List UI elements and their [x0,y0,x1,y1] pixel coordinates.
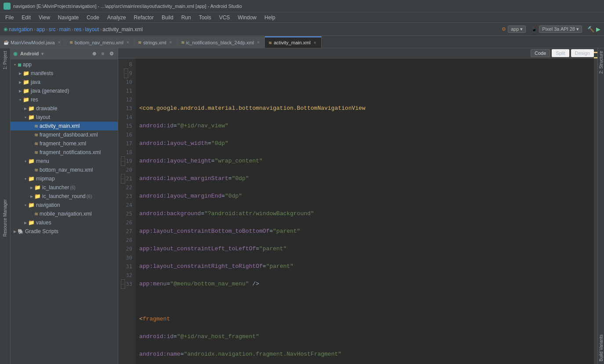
code-line-15: android:background="?android:attr/window… [139,209,594,218]
breadcrumb-navigation[interactable]: navigation [9,26,33,32]
fold-marker-33[interactable]: − [121,279,125,289]
menu-item-help[interactable]: Help [261,14,279,22]
menu-item-tools[interactable]: Tools [195,14,215,22]
tab-icon-mainviewmodel: ☕ [4,40,9,45]
run-btn[interactable]: ▶ [596,26,600,32]
device-area: 📱 Pixel 3a API 28 ▾ [531,25,582,33]
breadcrumb-app[interactable]: app [36,26,45,32]
tree-item-mipmap[interactable]: ▾ 📁 mipmap [11,174,118,183]
tree-label-drawable: drawable [36,105,58,112]
collapse-all-btn[interactable]: ≡ [99,50,106,57]
breadcrumb-src[interactable]: src [49,26,56,32]
tab-label-bottomnavmenu: bottom_nav_menu.xml [75,40,123,45]
menu-item-vcs[interactable]: VCS [216,14,234,22]
tree-label-bottom-nav-menu: bottom_nav_menu.xml [40,167,93,173]
menu-item-run[interactable]: Run [178,14,195,22]
breadcrumb-main[interactable]: main [59,26,71,32]
tree-item-fragment-notifications[interactable]: ≋ fragment_notifications.xml [11,148,118,157]
menu-item-edit[interactable]: Edit [18,14,34,22]
tab-bottomnavmenu[interactable]: ≋bottom_nav_menu.xml× [66,36,134,48]
folder-icon-java: 📁 [23,79,29,85]
tree-label-ic-launcher-round: ic_launcher_round [42,193,86,199]
menu-item-build[interactable]: Build [158,14,177,22]
menu-item-analyze[interactable]: Analyze [104,14,130,22]
tab-close-icnotifications[interactable]: × [256,40,261,45]
xml-file-icon-mobile-nav: ≋ [34,211,38,217]
ic-launcher-count: (6) [70,185,75,190]
tab-icon-strings: ≋ [138,40,141,45]
tree-item-res[interactable]: ▾ 📁 res [11,95,118,104]
tab-close-bottomnavmenu[interactable]: × [125,40,130,45]
code-line-22: android:id="@+id/nav_host_fragment" [139,332,594,341]
run-config-btn[interactable]: app ▾ [508,25,526,33]
breadcrumb-res[interactable]: res [74,26,82,32]
vtab-structure[interactable]: 2: Structure [598,48,604,76]
tree-item-fragment-home[interactable]: ≋ fragment_home.xml [11,139,118,148]
android-dropdown-icon: ◉ [13,51,18,57]
tab-close-strings[interactable]: × [168,40,174,45]
make-btn[interactable]: 🔨 [587,26,594,32]
menu-item-file[interactable]: File [2,14,17,22]
tab-close-mainviewmodel[interactable]: × [57,40,62,45]
tree-item-java-generated[interactable]: ▶ 📁 java (generated) [11,86,118,95]
tree-label-manifests: manifests [31,70,53,76]
view-code-btn[interactable]: Code [531,49,550,57]
tab-icnotifications[interactable]: ≋ic_notifications_black_24dp.xml× [177,36,265,48]
warning-mark-1 [594,52,597,53]
tree-item-ic-launcher-round[interactable]: ▶ 📁 ic_launcher_round (6) [11,192,118,201]
tree-item-navigation[interactable]: ▾ 📁 navigation [11,201,118,209]
code-editor[interactable]: 8 − 9 10 11 12 13 14 15 16 17 18 [118,58,597,364]
tree-item-bottom-nav-menu[interactable]: ≋ bottom_nav_menu.xml [11,166,118,174]
code-line-9: <com.google.android.material.bottomnavig… [139,104,594,113]
tree-item-java[interactable]: ▶ 📁 java [11,78,118,86]
menu-item-refactor[interactable]: Refactor [130,14,157,22]
xml-file-icon-fragment-dashboard: ≋ [34,132,38,138]
tree-item-fragment-dashboard[interactable]: ≋ fragment_dashboard.xml [11,130,118,139]
breadcrumb-layout[interactable]: layout [85,26,99,32]
device-btn[interactable]: Pixel 3a API 28 ▾ [539,25,582,33]
view-split-btn[interactable]: Split [552,49,569,57]
view-design-btn[interactable]: Design [571,49,594,57]
tab-activitymain[interactable]: ≋activity_main.xml× [265,36,322,48]
settings-btn[interactable]: ⚙ [108,50,115,57]
tree-item-menu[interactable]: ▾ 📁 menu [11,157,118,166]
vtab-build-variants[interactable]: Build Variants [598,332,604,364]
xml-file-icon-bottom-nav: ≋ [34,167,38,173]
tree-item-manifests[interactable]: ▶ 📁 manifests [11,69,118,78]
tab-close-activitymain[interactable]: × [312,40,318,45]
line-numbers: 8 − 9 10 11 12 13 14 15 16 17 18 [118,58,136,364]
tree-item-activity-main[interactable]: ≋ activity_main.xml [11,122,118,130]
right-panel: 2: Structure Build Variants [597,48,604,364]
code-line-16: app:layout_constraintBottom_toBottomOf="… [139,227,594,236]
menu-item-code[interactable]: Code [83,14,103,22]
app-icon [4,3,11,10]
tree-arrow-app: ▾ [12,63,18,67]
tree-item-values[interactable]: ▶ 📁 values [11,218,118,227]
vertical-tabs-left: 1: Project Resource Manager [0,48,11,364]
tree-label-navigation: navigation [36,202,60,208]
code-content[interactable]: <com.google.android.material.bottomnavig… [136,58,597,364]
tree-item-mobile-nav[interactable]: ≋ mobile_navigation.xml [11,209,118,218]
fold-marker-19[interactable]: − [121,156,125,166]
code-line-14: android:layout_marginEnd="0dp" [139,192,594,201]
project-tree: ▾ ◼ app ▶ 📁 manifests ▶ 📁 java ▶ 📁 java … [11,59,118,364]
tree-item-layout[interactable]: ▾ 📁 layout [11,113,118,122]
vtab-resource-manager[interactable]: Resource Manager [2,197,8,239]
fold-gutter: 8 − 9 10 11 12 13 14 15 16 17 18 [120,60,132,288]
tab-mainviewmodel[interactable]: ☕MainViewModel.java× [0,36,66,48]
tree-item-gradle[interactable]: ▶ 🐘 Gradle Scripts [11,227,118,236]
menu-item-view[interactable]: View [35,14,54,22]
menu-item-window[interactable]: Window [234,14,260,22]
menu-item-navigate[interactable]: Navigate [54,14,82,22]
tree-item-app[interactable]: ▾ ◼ app [11,60,118,69]
vtab-spacer-r [598,76,604,332]
tree-arrow-layout: ▾ [23,115,28,119]
tree-item-drawable[interactable]: ▶ 📁 drawable [11,104,118,113]
panel-dropdown-arrow[interactable]: ▾ [41,51,43,56]
fold-marker-9[interactable]: − [124,68,128,78]
tab-strings[interactable]: ≋strings.xml× [134,36,177,48]
locate-file-btn[interactable]: ⊕ [90,50,98,57]
fold-marker-21[interactable]: − [121,174,125,184]
tree-item-ic-launcher[interactable]: ▶ 📁 ic_launcher (6) [11,183,118,192]
vtab-project[interactable]: 1: Project [2,48,8,72]
